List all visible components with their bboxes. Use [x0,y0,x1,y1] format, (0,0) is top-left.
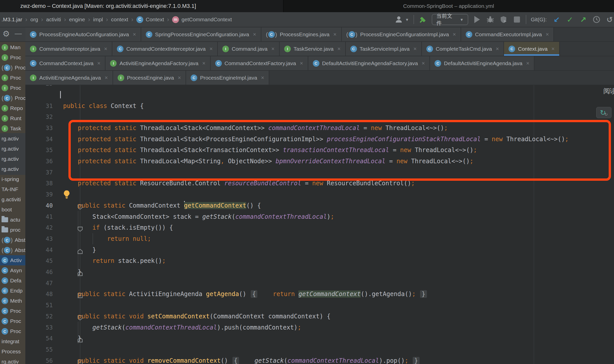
tab-CommandContextInterceptor.java[interactable]: CCommandContextInterceptor.java× [112,42,218,56]
tab-ActivitiEngineAgenda.java[interactable]: IActivitiEngineAgenda.java× [25,71,113,85]
close-icon[interactable]: × [261,75,264,81]
breadcrumb-item[interactable]: engine [69,16,85,23]
code-line[interactable]: 51 [25,300,614,311]
sidebar-item-rg.activ[interactable]: rg.activ [2,154,19,164]
tab-ProcessEngineConfigurationImpl.java[interactable]: (C)ProcessEngineConfigurationImpl.java× [342,27,461,41]
code-editor[interactable]: 2531public class Context {3233 protected… [25,85,614,364]
sidebar-item-proc[interactable]: proc [2,225,21,235]
sidebar-item-rg.activ[interactable]: rg.activ [2,357,19,364]
close-icon[interactable]: × [546,31,549,38]
close-icon[interactable]: × [271,46,275,52]
tab-SpringProcessEngineConfiguration.java[interactable]: CSpringProcessEngineConfiguration.java× [141,27,261,41]
sidebar-item-Process[interactable]: Process [2,347,21,357]
debug-bug-icon[interactable] [486,15,495,24]
tab-ProcessEngineImpl.java[interactable]: CProcessEngineImpl.java× [186,71,269,85]
git-update-icon[interactable]: ↙ [552,15,561,24]
tab-Command.java[interactable]: ICommand.java× [218,42,280,56]
tab-TaskService.java[interactable]: ITaskService.java× [280,42,346,56]
coverage-shield-icon[interactable] [499,15,508,24]
code-line[interactable]: 55 [25,344,614,355]
tab-DefaultActivitiEngineAgendaFactory.java[interactable]: CDefaultActivitiEngineAgendaFactory.java… [308,56,430,70]
close-icon[interactable]: × [300,60,303,67]
sidebar-item-Proc[interactable]: CProc [2,306,21,316]
close-icon[interactable]: × [178,75,181,81]
code-line[interactable]: 53 getStack(commandContextThreadLocal).p… [25,322,614,333]
tab-CommandExecutorImpl.java[interactable]: CCommandExecutorImpl.java× [461,27,554,41]
close-icon[interactable]: × [104,46,107,52]
sidebar-item-i-spring[interactable]: i-spring [2,174,19,184]
code-line[interactable]: 31public class Context { [25,100,614,112]
tab-CommandContextFactory.java[interactable]: CCommandContextFactory.java× [211,56,308,70]
stop-icon[interactable] [513,15,521,24]
breadcrumb-item[interactable]: context [111,16,128,23]
code-line[interactable]: 42 if (stack.isEmpty()) { [25,222,614,233]
code-line[interactable]: 45 return stack.peek(); [25,255,614,266]
sidebar-item-Proc[interactable]: IProc [2,83,21,93]
tab-TaskServiceImpl.java[interactable]: CTaskServiceImpl.java× [346,42,422,56]
history-clock-icon[interactable] [592,15,601,24]
floating-editor-tool[interactable]: ↻↻ [596,107,611,118]
close-icon[interactable]: × [337,46,341,52]
sidebar-item-Man[interactable]: IMan [2,42,21,52]
gear-icon[interactable]: ⚙ [3,29,10,39]
close-icon[interactable]: × [133,31,136,38]
intention-bulb-icon[interactable] [62,190,71,199]
code-line[interactable]: 54 } [25,333,614,344]
sidebar-item-Runt[interactable]: IRunt [2,113,21,123]
code-line[interactable]: 39 [25,189,614,200]
tab-ProcessEngines.java[interactable]: (C)ProcessEngines.java× [261,27,342,41]
code-line[interactable]: 41 Stack<CommandContext> stack = getStac… [25,211,614,222]
sidebar-item-Proc[interactable]: IProc [2,73,21,83]
close-icon[interactable]: × [526,60,530,67]
sidebar-item-TA-INF[interactable]: TA-INF [2,184,18,194]
sidebar-item-rg.activ[interactable]: rg.activ [2,164,19,174]
breadcrumb-method[interactable]: getCommandContext [182,16,232,23]
sidebar-item-Activ[interactable]: CActiv [0,255,25,265]
close-icon[interactable]: × [496,46,499,52]
breadcrumb-item[interactable]: org [30,16,38,23]
close-icon[interactable]: × [453,31,456,38]
code-line[interactable]: 47 [25,278,614,289]
sidebar-item-actu[interactable]: actu [2,215,20,225]
sidebar-item-Endp[interactable]: CEndp [2,286,23,296]
breadcrumb-item[interactable]: impl [93,16,103,23]
close-icon[interactable]: × [202,60,206,67]
sidebar-item-integrat[interactable]: integrat [2,336,19,347]
tab-ProcessEngine.java[interactable]: IProcessEngine.java× [113,71,186,85]
tab-ActivitiEngineAgendaFactory.java[interactable]: IActivitiEngineAgendaFactory.java× [105,56,210,70]
git-push-icon[interactable]: ↗ [579,15,587,24]
revert-icon[interactable]: ↺ [605,15,614,24]
tab-CommandContext.java[interactable]: CCommandContext.java× [25,56,105,70]
code-line[interactable]: 56 public static void removeCommandConte… [25,355,614,364]
sidebar-item-g.activiti[interactable]: g.activiti [2,194,21,205]
close-icon[interactable]: × [97,60,101,67]
sidebar-item-Proc[interactable]: CProc [2,316,21,326]
close-icon[interactable]: × [253,31,256,38]
close-icon[interactable]: × [413,46,417,52]
code-line[interactable]: 44 } [25,244,614,256]
code-line[interactable]: 48 public static ActivitiEngineAgenda ge… [25,288,614,300]
sidebar-item-rg.activ[interactable]: rg.activ [2,134,19,144]
sidebar-item-rg.activ[interactable]: rg.activ [2,144,19,154]
tab-DefaultActivitiEngineAgenda.java[interactable]: CDefaultActivitiEngineAgenda.java× [430,56,534,70]
sidebar-item-Meth[interactable]: CMeth [2,296,22,306]
sidebar-item-boot[interactable]: boot [2,205,12,215]
run-configuration-select[interactable]: 当前文件 ▼ [432,14,468,25]
close-icon[interactable]: × [551,46,555,52]
sidebar-item-Proc[interactable]: (C)Proc [2,63,25,73]
close-icon[interactable]: × [209,46,213,52]
close-icon[interactable]: × [333,31,337,38]
code-line[interactable]: 25 [25,85,614,89]
git-commit-check-icon[interactable]: ✓ [566,15,574,24]
close-icon[interactable]: × [105,75,108,81]
sidebar-item-Abst[interactable]: (C)Abst [2,245,25,255]
run-icon[interactable] [473,15,481,24]
sidebar-item-Defa[interactable]: CDefa [2,276,21,286]
tab-CompleteTaskCmd.java[interactable]: CCompleteTaskCmd.java× [422,42,504,56]
breadcrumb-jar[interactable]: .M3.1.jar [2,16,22,23]
sidebar-item-Proc[interactable]: CProc [2,326,21,336]
sidebar-item-Task[interactable]: ITask [2,123,21,134]
code-line[interactable]: 52 public static void setCommandContext(… [25,311,614,322]
close-icon[interactable]: × [422,60,425,67]
sidebar-item-Proc[interactable]: (C)Proc [2,93,25,103]
